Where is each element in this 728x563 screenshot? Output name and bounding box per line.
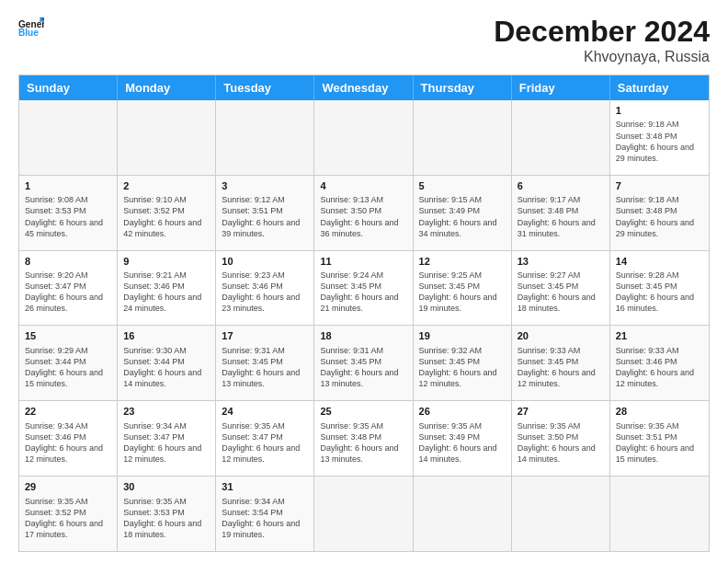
day-cell-4: 4Sunrise: 9:13 AM Sunset: 3:50 PM Daylig… — [314, 176, 413, 250]
main-title: December 2024 — [494, 15, 710, 49]
day-cell-26: 26Sunrise: 9:35 AM Sunset: 3:49 PM Dayli… — [414, 401, 512, 476]
day-cell-29: 29Sunrise: 9:35 AM Sunset: 3:52 PM Dayli… — [19, 477, 118, 551]
logo: General Blue — [18, 15, 44, 40]
day-header-friday: Friday — [512, 75, 610, 100]
day-cell-empty — [414, 477, 512, 551]
day-info: Sunrise: 9:18 AM Sunset: 3:48 PM Dayligh… — [616, 194, 703, 239]
day-number: 17 — [222, 329, 308, 343]
day-cell-1: 1Sunrise: 9:08 AM Sunset: 3:53 PM Daylig… — [19, 176, 118, 250]
day-number: 12 — [419, 255, 506, 269]
day-info: Sunrise: 9:35 AM Sunset: 3:50 PM Dayligh… — [518, 420, 604, 465]
day-info: Sunrise: 9:33 AM Sunset: 3:46 PM Dayligh… — [616, 345, 703, 390]
day-info: Sunrise: 9:29 AM Sunset: 3:44 PM Dayligh… — [25, 345, 111, 390]
day-number: 14 — [616, 255, 703, 269]
day-info: Sunrise: 9:20 AM Sunset: 3:47 PM Dayligh… — [25, 270, 111, 315]
day-info: Sunrise: 9:30 AM Sunset: 3:44 PM Dayligh… — [123, 345, 210, 390]
day-cell-empty — [414, 100, 512, 175]
day-header-tuesday: Tuesday — [216, 75, 314, 100]
day-cell-28: 28Sunrise: 9:35 AM Sunset: 3:51 PM Dayli… — [610, 401, 709, 476]
day-info: Sunrise: 9:35 AM Sunset: 3:52 PM Dayligh… — [25, 496, 111, 541]
day-info: Sunrise: 9:25 AM Sunset: 3:45 PM Dayligh… — [419, 270, 506, 315]
day-number: 26 — [419, 405, 506, 419]
day-header-thursday: Thursday — [414, 75, 512, 100]
day-info: Sunrise: 9:34 AM Sunset: 3:47 PM Dayligh… — [123, 420, 210, 465]
day-header-monday: Monday — [118, 75, 216, 100]
day-info: Sunrise: 9:28 AM Sunset: 3:45 PM Dayligh… — [616, 270, 703, 315]
day-cell-30: 30Sunrise: 9:35 AM Sunset: 3:53 PM Dayli… — [118, 477, 216, 551]
day-cell-6: 6Sunrise: 9:17 AM Sunset: 3:48 PM Daylig… — [512, 176, 610, 250]
day-cell-18: 18Sunrise: 9:31 AM Sunset: 3:45 PM Dayli… — [314, 326, 413, 400]
day-number: 8 — [25, 255, 111, 269]
day-header-sunday: Sunday — [19, 75, 118, 100]
day-info: Sunrise: 9:35 AM Sunset: 3:47 PM Dayligh… — [222, 420, 308, 465]
day-info: Sunrise: 9:10 AM Sunset: 3:52 PM Dayligh… — [123, 194, 210, 239]
page: General Blue December 2024 Khvoynaya, Ru… — [0, 0, 728, 563]
day-cell-22: 22Sunrise: 9:34 AM Sunset: 3:46 PM Dayli… — [19, 401, 118, 476]
day-number: 7 — [616, 179, 703, 193]
day-cell-11: 11Sunrise: 9:24 AM Sunset: 3:45 PM Dayli… — [314, 251, 413, 326]
day-info: Sunrise: 9:27 AM Sunset: 3:45 PM Dayligh… — [518, 270, 604, 315]
day-info: Sunrise: 9:34 AM Sunset: 3:54 PM Dayligh… — [222, 496, 308, 541]
generalblue-logo-icon: General Blue — [18, 15, 44, 40]
day-cell-empty — [314, 477, 413, 551]
day-info: Sunrise: 9:35 AM Sunset: 3:49 PM Dayligh… — [419, 420, 506, 465]
day-cell-2: 2Sunrise: 9:10 AM Sunset: 3:52 PM Daylig… — [118, 176, 216, 250]
day-cell-7: 7Sunrise: 9:18 AM Sunset: 3:48 PM Daylig… — [610, 176, 709, 250]
day-number: 24 — [222, 405, 308, 419]
day-info: Sunrise: 9:35 AM Sunset: 3:48 PM Dayligh… — [320, 420, 406, 465]
day-cell-13: 13Sunrise: 9:27 AM Sunset: 3:45 PM Dayli… — [512, 251, 610, 326]
day-cell-24: 24Sunrise: 9:35 AM Sunset: 3:47 PM Dayli… — [216, 401, 314, 476]
calendar-row-5: 29Sunrise: 9:35 AM Sunset: 3:52 PM Dayli… — [19, 476, 709, 551]
day-info: Sunrise: 9:31 AM Sunset: 3:45 PM Dayligh… — [320, 345, 406, 390]
day-cell-31: 31Sunrise: 9:34 AM Sunset: 3:54 PM Dayli… — [216, 477, 314, 551]
day-cell-15: 15Sunrise: 9:29 AM Sunset: 3:44 PM Dayli… — [19, 326, 118, 400]
day-cell-9: 9Sunrise: 9:21 AM Sunset: 3:46 PM Daylig… — [118, 251, 216, 326]
day-info: Sunrise: 9:13 AM Sunset: 3:50 PM Dayligh… — [320, 194, 406, 239]
day-number: 15 — [25, 329, 111, 343]
day-cell-3: 3Sunrise: 9:12 AM Sunset: 3:51 PM Daylig… — [216, 176, 314, 250]
day-number: 19 — [419, 329, 506, 343]
day-info: Sunrise: 9:32 AM Sunset: 3:45 PM Dayligh… — [419, 345, 506, 390]
day-number: 25 — [320, 405, 406, 419]
day-number: 1 — [616, 104, 703, 118]
day-info: Sunrise: 9:17 AM Sunset: 3:48 PM Dayligh… — [518, 194, 604, 239]
day-cell-empty — [19, 100, 118, 175]
day-number: 31 — [222, 480, 308, 494]
day-cell-17: 17Sunrise: 9:31 AM Sunset: 3:45 PM Dayli… — [216, 326, 314, 400]
day-cell-27: 27Sunrise: 9:35 AM Sunset: 3:50 PM Dayli… — [512, 401, 610, 476]
day-number: 4 — [320, 179, 406, 193]
day-number: 23 — [123, 405, 210, 419]
day-cell-20: 20Sunrise: 9:33 AM Sunset: 3:45 PM Dayli… — [512, 326, 610, 400]
day-info: Sunrise: 9:24 AM Sunset: 3:45 PM Dayligh… — [320, 270, 406, 315]
day-cell-23: 23Sunrise: 9:34 AM Sunset: 3:47 PM Dayli… — [118, 401, 216, 476]
day-number: 28 — [616, 405, 703, 419]
day-cell-5: 5Sunrise: 9:15 AM Sunset: 3:49 PM Daylig… — [414, 176, 512, 250]
day-header-wednesday: Wednesday — [314, 75, 413, 100]
title-block: December 2024 Khvoynaya, Russia — [494, 15, 710, 65]
day-number: 2 — [123, 179, 210, 193]
day-cell-8: 8Sunrise: 9:20 AM Sunset: 3:47 PM Daylig… — [19, 251, 118, 326]
day-number: 21 — [616, 329, 703, 343]
day-cell-empty — [216, 100, 314, 175]
day-cell-10: 10Sunrise: 9:23 AM Sunset: 3:46 PM Dayli… — [216, 251, 314, 326]
day-number: 22 — [25, 405, 111, 419]
day-cell-21: 21Sunrise: 9:33 AM Sunset: 3:46 PM Dayli… — [610, 326, 709, 400]
day-number: 18 — [320, 329, 406, 343]
day-number: 3 — [222, 179, 308, 193]
calendar-row-3: 15Sunrise: 9:29 AM Sunset: 3:44 PM Dayli… — [19, 325, 709, 400]
calendar-header: SundayMondayTuesdayWednesdayThursdayFrid… — [19, 75, 709, 100]
day-cell-16: 16Sunrise: 9:30 AM Sunset: 3:44 PM Dayli… — [118, 326, 216, 400]
day-info: Sunrise: 9:34 AM Sunset: 3:46 PM Dayligh… — [25, 420, 111, 465]
day-cell-1: 1Sunrise: 9:18 AM Sunset: 3:48 PM Daylig… — [610, 100, 709, 175]
day-info: Sunrise: 9:35 AM Sunset: 3:53 PM Dayligh… — [123, 496, 210, 541]
day-number: 1 — [25, 179, 111, 193]
day-info: Sunrise: 9:12 AM Sunset: 3:51 PM Dayligh… — [222, 194, 308, 239]
day-cell-14: 14Sunrise: 9:28 AM Sunset: 3:45 PM Dayli… — [610, 251, 709, 326]
day-header-saturday: Saturday — [610, 75, 709, 100]
day-number: 11 — [320, 255, 406, 269]
day-info: Sunrise: 9:08 AM Sunset: 3:53 PM Dayligh… — [25, 194, 111, 239]
day-number: 20 — [518, 329, 604, 343]
day-number: 30 — [123, 480, 210, 494]
day-cell-empty — [118, 100, 216, 175]
subtitle: Khvoynaya, Russia — [494, 49, 710, 65]
